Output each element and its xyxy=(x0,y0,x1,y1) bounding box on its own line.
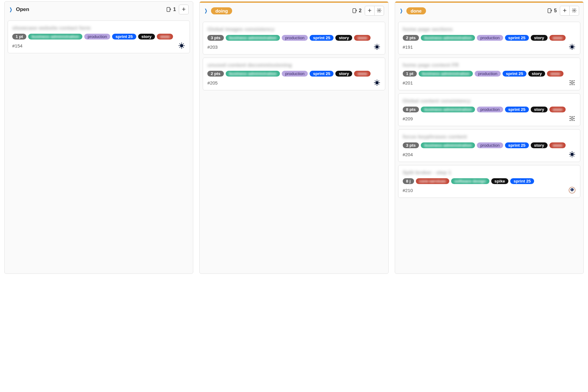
label-teal[interactable]: business administration xyxy=(226,71,280,77)
card-id[interactable]: #205 xyxy=(207,80,217,85)
label-blue[interactable]: sprint 25 xyxy=(310,71,334,77)
assignee-avatar[interactable] xyxy=(568,187,576,194)
card-title[interactable]: Split broker - step 1 xyxy=(403,170,576,176)
label-purple[interactable]: production xyxy=(282,71,308,77)
card-title[interactable]: showcase website contact form xyxy=(12,25,185,31)
card-title[interactable]: Global images consistency xyxy=(207,26,380,32)
issue-card[interactable]: home page sections2 ptsbusiness administ… xyxy=(398,22,580,55)
label-black[interactable]: spike xyxy=(491,178,509,184)
column-settings-button[interactable] xyxy=(374,6,384,16)
label-black[interactable]: story xyxy=(528,71,545,77)
label-black[interactable]: story xyxy=(531,35,548,41)
label-teal[interactable]: business administration xyxy=(28,34,82,40)
column-title[interactable]: Open xyxy=(16,6,29,13)
label-black[interactable]: story xyxy=(335,71,352,77)
label-red[interactable]: www xyxy=(549,142,566,148)
label-blue[interactable]: sprint 25 xyxy=(510,178,534,184)
label-black[interactable]: story xyxy=(335,35,352,41)
label-gray[interactable]: 2 pts xyxy=(403,35,419,41)
card-id[interactable]: #210 xyxy=(403,188,413,193)
chevron-right-icon[interactable]: ❯ xyxy=(400,8,403,13)
label-gray[interactable]: 3 pts xyxy=(207,35,224,41)
assignee-avatar[interactable] xyxy=(373,79,381,86)
label-red[interactable]: core-services xyxy=(416,178,449,184)
label-blue[interactable]: sprint 25 xyxy=(503,71,526,77)
label-black[interactable]: story xyxy=(138,34,155,40)
label-red[interactable]: www xyxy=(547,71,564,77)
svg-point-3 xyxy=(181,48,182,49)
assignee-avatar[interactable] xyxy=(568,79,576,86)
card-id[interactable]: #203 xyxy=(207,44,217,50)
column-title[interactable]: doing xyxy=(211,7,232,14)
label-text: story xyxy=(339,71,349,76)
label-red[interactable]: www xyxy=(354,71,371,77)
label-red[interactable]: www xyxy=(549,35,566,41)
add-card-button[interactable] xyxy=(365,6,375,16)
assignee-avatar[interactable] xyxy=(568,151,576,158)
label-black[interactable]: story xyxy=(531,142,548,148)
label-blue[interactable]: sprint 25 xyxy=(505,35,529,41)
label-gray[interactable]: 1 pt xyxy=(12,34,26,40)
card-title[interactable]: Global content consistency xyxy=(403,98,576,104)
svg-point-25 xyxy=(379,82,380,83)
card-id[interactable]: #201 xyxy=(403,80,413,85)
issue-card[interactable]: focus keyphrases content3 ptsbusiness ad… xyxy=(398,129,580,162)
label-red[interactable]: www xyxy=(354,35,371,41)
card-id[interactable]: #204 xyxy=(403,152,413,157)
label-gray[interactable]: 2 pts xyxy=(207,71,224,77)
assignee-avatar[interactable] xyxy=(178,42,185,49)
label-red[interactable]: www xyxy=(157,34,173,40)
issue-card[interactable]: home page content FR1 ptbusiness adminis… xyxy=(398,58,580,90)
issue-card[interactable]: Global images consistency3 ptsbusiness a… xyxy=(203,22,385,55)
assignee-avatar[interactable] xyxy=(373,43,381,51)
label-gray[interactable]: 8 pts xyxy=(403,107,419,112)
label-teal[interactable]: business administration xyxy=(421,35,475,41)
card-title[interactable]: home page content FR xyxy=(403,62,576,68)
add-card-button[interactable] xyxy=(560,6,570,16)
label-gray[interactable]: 3 pts xyxy=(403,142,419,148)
label-teal[interactable]: software design xyxy=(451,178,489,184)
card-title[interactable]: focus keyphrases content xyxy=(403,134,576,140)
label-purple[interactable]: production xyxy=(475,71,501,77)
label-purple[interactable]: production xyxy=(84,34,110,40)
chevron-right-icon[interactable]: ❯ xyxy=(205,8,207,13)
label-purple[interactable]: production xyxy=(282,35,308,41)
label-teal[interactable]: business administration xyxy=(421,107,475,112)
assignee-avatar[interactable] xyxy=(568,43,576,51)
card-id[interactable]: #209 xyxy=(403,116,413,121)
issue-card[interactable]: Global content consistency8 ptsbusiness … xyxy=(398,93,580,126)
card-title[interactable]: home page sections xyxy=(403,26,576,32)
card-id[interactable]: #154 xyxy=(12,43,22,48)
card-footer: #191 xyxy=(403,43,576,51)
svg-point-60 xyxy=(572,151,573,152)
label-blue[interactable]: sprint 25 xyxy=(310,35,334,41)
label-gray[interactable]: 1 pt xyxy=(403,71,417,77)
label-purple[interactable]: production xyxy=(477,107,503,112)
label-purple[interactable]: production xyxy=(477,142,503,148)
label-red[interactable]: www xyxy=(549,107,566,112)
label-black[interactable]: story xyxy=(531,107,548,112)
column-title[interactable]: done xyxy=(406,7,426,14)
label-purple[interactable]: production xyxy=(477,35,503,41)
issue-card[interactable]: showcase website contact form1 ptbusines… xyxy=(8,21,190,53)
label-blue[interactable]: sprint 25 xyxy=(112,34,136,40)
svg-rect-58 xyxy=(571,118,573,119)
card-id[interactable]: #191 xyxy=(403,44,413,50)
label-text: www xyxy=(553,143,563,148)
assignee-avatar[interactable] xyxy=(568,115,576,122)
label-teal[interactable]: business administration xyxy=(421,142,475,148)
label-teal[interactable]: business administration xyxy=(419,71,473,77)
label-text: 2 pts xyxy=(406,36,416,40)
label-blue[interactable]: sprint 25 xyxy=(505,107,529,112)
chevron-right-icon[interactable]: ❯ xyxy=(9,7,12,12)
column-settings-button[interactable] xyxy=(569,6,579,16)
card-title[interactable]: unused content decommissioning xyxy=(207,62,380,68)
label-text: business administration xyxy=(229,71,277,76)
add-card-button[interactable] xyxy=(179,5,189,14)
label-gray[interactable]: 8 j xyxy=(403,178,414,184)
label-blue[interactable]: sprint 25 xyxy=(505,142,529,148)
label-teal[interactable]: business administration xyxy=(226,35,280,41)
svg-point-26 xyxy=(375,81,375,81)
issue-card[interactable]: unused content decommissioning2 ptsbusin… xyxy=(203,58,385,90)
issue-card[interactable]: Split broker - step 18 jcore-servicessof… xyxy=(398,165,580,198)
